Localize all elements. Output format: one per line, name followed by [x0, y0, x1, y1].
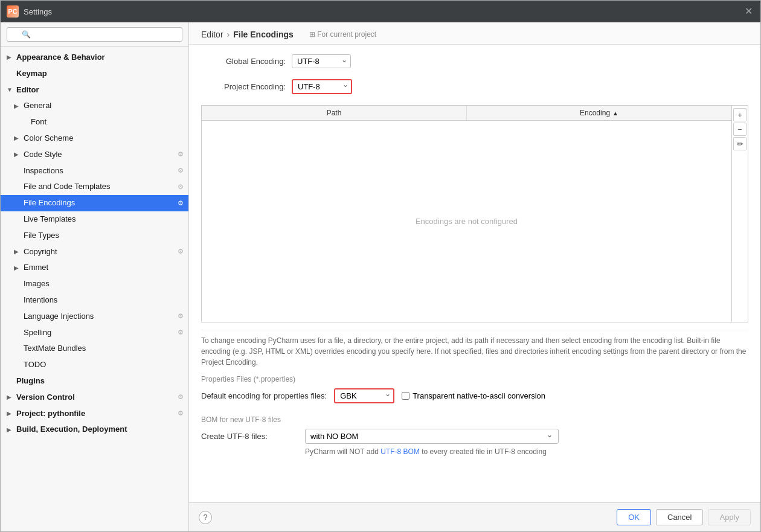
global-encoding-row: Global Encoding: UTF-8 UTF-16 ISO-8859-1 [201, 54, 748, 68]
apply-button[interactable]: Apply [708, 509, 751, 525]
table-edit-button[interactable]: ✏ [733, 137, 747, 150]
footer-left: ? [199, 511, 212, 524]
sidebar-item-label: File Encodings [24, 197, 175, 210]
table-remove-button[interactable]: − [733, 123, 747, 136]
chevron-icon [14, 214, 21, 224]
properties-encoding-select[interactable]: GBK UTF-8 ISO-8859-1 [334, 388, 394, 403]
sidebar-item-build-execution[interactable]: ▶ Build, Execution, Deployment [1, 421, 188, 438]
ok-button[interactable]: OK [617, 509, 651, 525]
encoding-header-label: Encoding [580, 109, 610, 117]
content-body: Global Encoding: UTF-8 UTF-16 ISO-8859-1… [189, 45, 760, 502]
sidebar-item-label: Plugins [16, 375, 184, 388]
sidebar-item-version-control[interactable]: ▶ Version Control ⚙ [1, 389, 188, 406]
table-inner: Path Encoding ▲ Encodings are not config… [202, 106, 731, 322]
sidebar-item-code-style[interactable]: ▶ Code Style ⚙ [1, 147, 188, 163]
chevron-icon: ▶ [14, 101, 21, 111]
chevron-icon: ▶ [14, 263, 21, 273]
footer: ? OK Cancel Apply [189, 502, 760, 531]
sidebar-item-spelling[interactable]: Spelling ⚙ [1, 325, 188, 341]
chevron-icon [14, 199, 21, 208]
sidebar-item-plugins[interactable]: Plugins [1, 373, 188, 389]
sidebar-item-label: Images [24, 278, 184, 290]
chevron-icon [14, 312, 21, 321]
transparent-conversion-text: Transparent native-to-ascii conversion [413, 391, 545, 400]
sidebar-item-label: Editor [16, 84, 184, 97]
sidebar-item-file-encodings[interactable]: File Encodings ⚙ [1, 195, 188, 211]
bom-section-label: BOM for new UTF-8 files [201, 415, 748, 424]
breadcrumb-separator: › [227, 30, 230, 39]
table-add-button[interactable]: + [733, 108, 747, 121]
sidebar-item-file-code-templates[interactable]: File and Code Templates ⚙ [1, 179, 188, 195]
chevron-icon: ▶ [7, 425, 14, 435]
sidebar-item-todo[interactable]: TODO [1, 357, 188, 373]
bom-note-suffix: to every created file in UTF-8 encoding [420, 447, 547, 456]
sidebar-item-general[interactable]: ▶ General [1, 98, 188, 114]
breadcrumb: Editor › File Encodings ⊞ For current pr… [201, 30, 748, 39]
transparent-conversion-checkbox[interactable] [402, 392, 409, 400]
sidebar-item-font[interactable]: Font [1, 114, 188, 130]
settings-window: PC Settings ✕ ▶ Appearance & Behavior Ke… [0, 0, 761, 532]
sidebar-item-inspections[interactable]: Inspections ⚙ [1, 163, 188, 179]
sidebar-item-textmate-bundles[interactable]: TextMate Bundles [1, 341, 188, 357]
bom-note: PyCharm will NOT add UTF-8 BOM to every … [201, 447, 748, 456]
bom-note-prefix: PyCharm will NOT add [305, 447, 380, 456]
encoding-table: Path Encoding ▲ Encodings are not config… [201, 105, 748, 322]
chevron-icon: ▶ [14, 133, 21, 143]
sidebar-item-keymap[interactable]: Keymap [1, 66, 188, 82]
close-button[interactable]: ✕ [745, 7, 754, 16]
global-encoding-select[interactable]: UTF-8 UTF-16 ISO-8859-1 [292, 54, 351, 68]
bom-section: BOM for new UTF-8 files Create UTF-8 fil… [201, 415, 748, 456]
footer-right: OK Cancel Apply [617, 509, 751, 525]
search-input[interactable] [7, 27, 182, 42]
bom-select-wrapper: with NO BOM with BOM [305, 429, 559, 444]
chevron-icon: ▶ [7, 393, 14, 402]
sidebar-item-live-templates[interactable]: Live Templates [1, 211, 188, 228]
sidebar-item-copyright[interactable]: ▶ Copyright ⚙ [1, 244, 188, 260]
properties-encoding-row: Default encoding for properties files: G… [201, 388, 748, 403]
properties-section: Properties Files (*.properties) Default … [201, 375, 748, 403]
window-title: Settings [24, 7, 745, 16]
table-header: Path Encoding ▲ [202, 106, 731, 121]
bom-note-link[interactable]: UTF-8 BOM [380, 447, 420, 456]
chevron-icon: ▶ [7, 53, 14, 62]
sidebar-item-label: Color Scheme [24, 132, 184, 145]
settings-icon: ⚙ [178, 408, 184, 419]
cancel-button[interactable]: Cancel [656, 509, 703, 525]
chevron-icon: ▼ [7, 85, 14, 95]
sidebar-item-label: Copyright [24, 246, 175, 258]
chevron-icon [7, 69, 14, 79]
settings-icon: ⚙ [178, 198, 184, 209]
create-utf8-label: Create UTF-8 files: [201, 432, 298, 441]
sidebar-item-appearance[interactable]: ▶ Appearance & Behavior [1, 50, 188, 66]
sidebar-item-editor[interactable]: ▼ Editor [1, 82, 188, 98]
help-button[interactable]: ? [199, 511, 212, 524]
project-encoding-select[interactable]: UTF-8 UTF-16 ISO-8859-1 [292, 79, 352, 94]
project-note: ⊞ For current project [309, 30, 376, 39]
sidebar-item-label: Code Style [24, 149, 175, 161]
sidebar-item-color-scheme[interactable]: ▶ Color Scheme [1, 130, 188, 147]
description-text: To change encoding PyCharm uses for a fi… [201, 330, 748, 368]
sidebar-item-project-pythonfile[interactable]: ▶ Project: pythonfile ⚙ [1, 406, 188, 422]
sidebar-item-label: File Types [24, 229, 184, 242]
sidebar-item-intentions[interactable]: Intentions [1, 292, 188, 309]
sidebar-item-images[interactable]: Images [1, 276, 188, 292]
path-header-label: Path [327, 109, 342, 117]
chevron-icon [14, 295, 21, 305]
chevron-icon: ▶ [7, 409, 14, 418]
chevron-icon [14, 182, 21, 192]
settings-icon: ⚙ [178, 327, 184, 338]
bom-select[interactable]: with NO BOM with BOM [305, 429, 559, 444]
chevron-icon [14, 361, 21, 370]
sidebar-item-label: Spelling [24, 327, 175, 339]
properties-section-label: Properties Files (*.properties) [201, 375, 748, 383]
transparent-conversion-label[interactable]: Transparent native-to-ascii conversion [402, 391, 545, 400]
properties-encoding-label: Default encoding for properties files: [201, 391, 327, 400]
app-icon: PC [7, 5, 19, 18]
content-area: Editor › File Encodings ⊞ For current pr… [189, 22, 760, 531]
sidebar-item-label: Version Control [16, 391, 175, 404]
sidebar-item-language-injections[interactable]: Language Injections ⚙ [1, 309, 188, 325]
sidebar-item-emmet[interactable]: ▶ Emmet [1, 260, 188, 276]
chevron-icon [14, 166, 21, 176]
sidebar-item-file-types[interactable]: File Types [1, 228, 188, 244]
content-header: Editor › File Encodings ⊞ For current pr… [189, 22, 760, 45]
